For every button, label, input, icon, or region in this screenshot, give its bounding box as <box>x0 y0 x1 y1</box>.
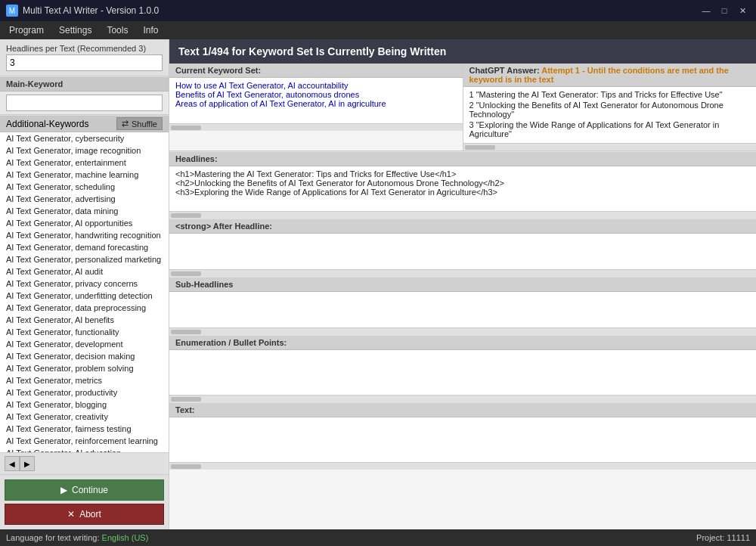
list-item[interactable]: AI Text Generator, underfitting detectio… <box>0 290 169 302</box>
after-headline-scrollbar[interactable] <box>169 269 756 277</box>
menu-program[interactable]: Program <box>3 23 50 37</box>
title-bar-left: M Multi Text AI Writer - Version 1.0.0 <box>6 5 159 17</box>
headlines-input[interactable] <box>6 54 163 71</box>
scroll-thumb <box>171 126 201 130</box>
headlines-scroll-thumb <box>171 213 201 218</box>
keyword-set-content: How to use AI Text Generator, AI account… <box>169 78 463 123</box>
keyword-link-item: Areas of application of AI Text Generato… <box>175 99 457 108</box>
keyword-link[interactable]: Areas of application of AI Text Generato… <box>175 99 386 108</box>
shuffle-icon: ⇄ <box>122 119 129 129</box>
chatgpt-scroll-thumb <box>465 145 495 150</box>
enumeration-scroll-thumb <box>171 397 201 402</box>
headlines-label: Headlines per Text (Recommended 3) <box>6 44 163 53</box>
list-item[interactable]: AI Text Generator, image recognition <box>0 144 169 157</box>
keyword-link[interactable]: How to use AI Text Generator, AI account… <box>175 81 348 90</box>
headlines-label-bar: Headlines: <box>169 151 756 166</box>
header-title: Text 1/494 for Keyword Set Is Currently … <box>178 45 446 57</box>
sub-headlines-scroll-thumb <box>171 330 201 334</box>
chatgpt-col: ChatGPT Answer: Attempt 1 - Until the co… <box>463 64 757 150</box>
list-item[interactable]: AI Text Generator, decision making <box>0 350 169 362</box>
list-item[interactable]: AI Text Generator, cybersecurity <box>0 132 169 144</box>
after-headline-label-bar: <strong> After Headline: <box>169 219 756 234</box>
sub-headlines-textarea-wrap <box>169 292 756 327</box>
keyword-link-item: Benefits of AI Text Generator, autonomou… <box>175 90 457 99</box>
list-item[interactable]: AI Text Generator, functionality <box>0 326 169 338</box>
list-item[interactable]: AI Text Generator, demand forecasting <box>0 241 169 253</box>
menu-bar: Program Settings Tools Info <box>0 21 756 39</box>
minimize-button[interactable]: — <box>699 4 714 17</box>
list-item[interactable]: AI Text Generator, handwriting recogniti… <box>0 229 169 241</box>
close-button[interactable]: ✕ <box>735 4 750 17</box>
chatgpt-answers: 1 "Mastering the AI Text Generator: Tips… <box>463 87 757 143</box>
list-item[interactable]: AI Text Generator, reinforcement learnin… <box>0 435 169 447</box>
shuffle-label: Shuffle <box>132 119 157 129</box>
list-item[interactable]: AI Text Generator, advertising <box>0 193 169 205</box>
window-controls[interactable]: — □ ✕ <box>699 4 750 17</box>
language-info: Language for text writing: English (US) <box>6 533 148 542</box>
action-buttons: ▶ Continue ✕ Abort <box>0 474 169 529</box>
after-headline-scroll-thumb <box>171 271 201 276</box>
main-keyword-input[interactable] <box>6 95 163 111</box>
chatgpt-label: ChatGPT Answer: <box>469 66 540 75</box>
headlines-scrollbar[interactable] <box>169 211 756 219</box>
headlines-section: Headlines per Text (Recommended 3) <box>0 39 169 76</box>
text-scroll-thumb <box>171 464 201 469</box>
shuffle-button[interactable]: ⇄ Shuffle <box>116 117 163 130</box>
enumeration-scrollbar[interactable] <box>169 395 756 402</box>
title-bar: M Multi Text AI Writer - Version 1.0.0 —… <box>0 0 756 21</box>
menu-info[interactable]: Info <box>137 23 164 37</box>
sub-headlines-scrollbar[interactable] <box>169 327 756 335</box>
text-scrollbar[interactable] <box>169 462 756 470</box>
status-bar: Language for text writing: English (US) … <box>0 529 756 546</box>
headlines-textarea[interactable] <box>169 166 756 209</box>
scroll-left-button[interactable]: ◀ <box>5 456 20 471</box>
keyword-scrollbar[interactable] <box>169 123 463 131</box>
additional-keywords-label: Additional-Keywords <box>6 119 88 129</box>
menu-settings[interactable]: Settings <box>53 23 98 37</box>
headlines-section: Headlines: <box>169 151 756 219</box>
after-headline-textarea[interactable] <box>169 234 756 267</box>
after-headline-section: <strong> After Headline: <box>169 219 756 277</box>
list-item[interactable]: AI Text Generator, personalized marketin… <box>0 253 169 265</box>
menu-tools[interactable]: Tools <box>101 23 134 37</box>
list-item[interactable]: AI Text Generator, scheduling <box>0 181 169 193</box>
language-label: Language for text writing: <box>6 533 100 542</box>
keyword-link[interactable]: Benefits of AI Text Generator, autonomou… <box>175 90 359 99</box>
after-headline-textarea-wrap <box>169 234 756 269</box>
chatgpt-answer-item: 1 "Mastering the AI Text Generator: Tips… <box>469 90 751 99</box>
list-item[interactable]: AI Text Generator, AI benefits <box>0 314 169 326</box>
enumeration-textarea-wrap <box>169 350 756 395</box>
chatgpt-scrollbar[interactable] <box>463 143 757 150</box>
text-label-bar: Text: <box>169 402 756 417</box>
continue-button[interactable]: ▶ Continue <box>5 479 164 501</box>
list-item[interactable]: AI Text Generator, AI education <box>0 447 169 452</box>
list-item[interactable]: AI Text Generator, metrics <box>0 374 169 386</box>
x-icon: ✕ <box>67 509 75 520</box>
list-item[interactable]: AI Text Generator, machine learning <box>0 169 169 181</box>
sub-headlines-label-bar: Sub-Headlines <box>169 277 756 292</box>
main-keyword-header: Main-Keyword <box>0 76 169 92</box>
enumeration-textarea[interactable] <box>169 350 756 392</box>
keyword-link-item: How to use AI Text Generator, AI account… <box>175 81 457 90</box>
list-item[interactable]: AI Text Generator, problem solving <box>0 362 169 374</box>
list-item[interactable]: AI Text Generator, entertainment <box>0 157 169 169</box>
abort-button[interactable]: ✕ Abort <box>5 504 164 525</box>
list-item[interactable]: AI Text Generator, blogging <box>0 399 169 411</box>
scroll-right-button[interactable]: ▶ <box>20 456 35 471</box>
list-item[interactable]: AI Text Generator, development <box>0 338 169 350</box>
list-item[interactable]: AI Text Generator, privacy concerns <box>0 278 169 290</box>
list-item[interactable]: AI Text Generator, productivity <box>0 386 169 399</box>
sub-headlines-textarea[interactable] <box>169 292 756 325</box>
list-item[interactable]: AI Text Generator, creativity <box>0 411 169 423</box>
text-textarea[interactable] <box>169 417 756 460</box>
right-panel: Text 1/494 for Keyword Set Is Currently … <box>169 39 756 529</box>
list-item[interactable]: AI Text Generator, fairness testing <box>0 423 169 435</box>
maximize-button[interactable]: □ <box>717 4 732 17</box>
list-item[interactable]: AI Text Generator, AI audit <box>0 265 169 278</box>
chatgpt-header: ChatGPT Answer: Attempt 1 - Until the co… <box>463 64 757 87</box>
continue-label: Continue <box>72 485 108 495</box>
list-item[interactable]: AI Text Generator, AI opportunities <box>0 217 169 229</box>
list-item[interactable]: AI Text Generator, data mining <box>0 205 169 217</box>
list-item[interactable]: AI Text Generator, data preprocessing <box>0 302 169 314</box>
enumeration-label-bar: Enumeration / Bullet Points: <box>169 335 756 350</box>
